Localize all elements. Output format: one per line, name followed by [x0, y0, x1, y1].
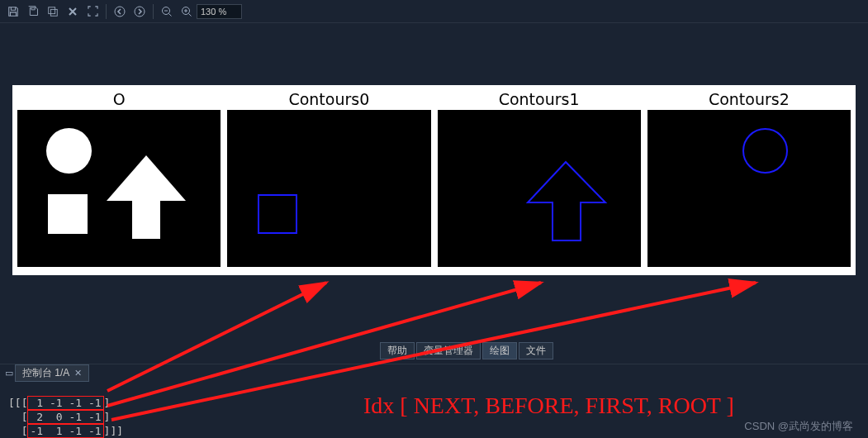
forward-icon[interactable] — [130, 2, 149, 21]
figure-area: O Contours0 Contours1 Contours2 — [12, 85, 856, 275]
console-tab-close-icon[interactable]: ✕ — [74, 368, 82, 378]
shape-arrow-head — [107, 155, 186, 201]
console-output: [[[ 1 -1 -1 -1] [ 2 0 -1 -1] [-1 1 -1 -1… — [8, 382, 123, 438]
separator — [153, 4, 154, 19]
subplot-title: O — [113, 85, 126, 110]
copy-icon[interactable] — [43, 2, 63, 21]
console-tab-label: 控制台 1/A — [22, 366, 69, 380]
svg-rect-0 — [49, 7, 55, 13]
svg-rect-1 — [50, 9, 57, 16]
zoom-out-icon[interactable] — [157, 2, 177, 21]
subplot-image-o — [17, 110, 221, 267]
zoom-in-icon[interactable] — [177, 2, 197, 21]
contour-circle — [742, 128, 788, 174]
shape-square — [48, 194, 88, 234]
console-text: [[[ — [8, 397, 27, 409]
back-icon[interactable] — [110, 2, 130, 21]
matrix-row-0: 1 -1 -1 -1 — [27, 396, 103, 410]
shape-circle — [46, 128, 92, 174]
subplot-image-c2 — [647, 110, 851, 267]
subplot-title: Contours2 — [709, 85, 790, 110]
subplot-contours1: Contours1 — [438, 85, 641, 267]
subplot-image-c0 — [227, 110, 430, 267]
subplot-contours2: Contours2 — [647, 85, 851, 267]
matrix-row-1: 2 0 -1 -1 — [27, 410, 103, 424]
svg-point-2 — [115, 7, 125, 17]
console-text: [ — [8, 411, 27, 423]
separator — [106, 4, 107, 19]
watermark: CSDN @武尚发的博客 — [744, 419, 853, 434]
console-text: ]]] — [104, 425, 123, 437]
toolbar — [0, 0, 868, 23]
console-bar: ▭ 控制台 1/A ✕ — [0, 364, 868, 382]
contour-arrow — [438, 110, 644, 267]
console-text: [ — [8, 425, 27, 437]
subplot-o: O — [17, 85, 221, 267]
matrix-row-2: -1 1 -1 -1 — [27, 424, 103, 438]
idx-annotation: Idx [ NEXT, BEFORE, FIRST, ROOT ] — [363, 393, 734, 419]
content-tabs: 帮助 变量管理器 绘图 文件 — [380, 342, 553, 359]
zoom-input[interactable] — [197, 4, 242, 19]
tab-varmgr[interactable]: 变量管理器 — [416, 342, 481, 359]
subplot-title: Contours1 — [499, 85, 580, 110]
save-all-icon[interactable] — [23, 2, 43, 21]
tab-help[interactable]: 帮助 — [380, 342, 415, 359]
tab-plot[interactable]: 绘图 — [482, 342, 517, 359]
save-icon[interactable] — [3, 2, 23, 21]
contour-square — [258, 194, 297, 234]
close-icon[interactable] — [63, 2, 83, 21]
subplot-title: Contours0 — [288, 85, 369, 110]
subplot-contours0: Contours0 — [227, 85, 430, 267]
console-tab[interactable]: 控制台 1/A ✕ — [15, 364, 89, 382]
console-pane-icon[interactable]: ▭ — [3, 368, 15, 378]
svg-point-3 — [135, 7, 145, 17]
subplot-image-c1 — [438, 110, 641, 267]
fit-icon[interactable] — [83, 2, 102, 21]
shape-arrow-stem — [132, 199, 160, 239]
tab-file[interactable]: 文件 — [519, 342, 553, 359]
